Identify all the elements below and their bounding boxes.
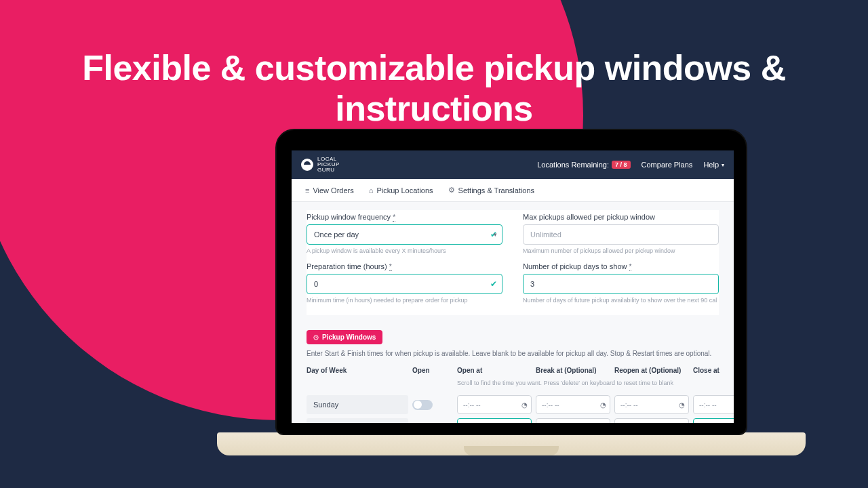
content-area: Pickup window frequency * ✔ ▾ A pickup w… [292, 202, 734, 423]
chevron-down-icon: ▾ [722, 162, 724, 168]
brand-logo: LOCAL PICKUP GURU [301, 157, 340, 173]
home-icon: ⌂ [369, 186, 374, 195]
laptop-body: LOCAL PICKUP GURU Locations Remaining: 7… [275, 129, 747, 435]
logo-text: LOCAL PICKUP GURU [317, 157, 340, 173]
gear-icon: ⚙ [448, 186, 455, 195]
day-label: Sunday [307, 395, 408, 414]
help-text: Minimum time (in hours) needed to prepar… [307, 297, 502, 305]
tab-settings[interactable]: ⚙ Settings & Translations [448, 179, 535, 201]
list-icon: ≡ [305, 186, 309, 195]
app-screen: LOCAL PICKUP GURU Locations Remaining: 7… [292, 150, 734, 423]
laptop-notch [464, 446, 559, 455]
field-days-to-show: Number of pickup days to show * Number o… [523, 262, 719, 305]
hero-title: Flexible & customizable pickup windows &… [0, 47, 868, 129]
scroll-hint: Scroll to find the time you want. Press … [457, 380, 734, 390]
open-at-sunday[interactable] [457, 395, 532, 414]
logo-icon [301, 159, 313, 171]
open-at-monday[interactable] [457, 418, 532, 423]
max-pickups-input[interactable] [523, 224, 719, 245]
help-menu[interactable]: Help ▾ [703, 161, 724, 169]
open-toggle-sunday[interactable] [412, 400, 433, 410]
close-at-monday[interactable] [693, 418, 734, 423]
settings-form: Pickup window frequency * ✔ ▾ A pickup w… [307, 210, 719, 315]
field-prep-time: Preparation time (hours) * ✔ Minimum tim… [307, 262, 502, 305]
pickup-windows-pill: Pickup Windows [307, 330, 382, 344]
tab-view-orders[interactable]: ≡ View Orders [305, 179, 354, 201]
topbar: LOCAL PICKUP GURU Locations Remaining: 7… [292, 150, 734, 179]
reopen-at-sunday[interactable] [614, 395, 689, 414]
laptop-mockup: LOCAL PICKUP GURU Locations Remaining: 7… [275, 129, 747, 461]
field-max-pickups: Max pickups allowed per pickup window Ma… [523, 213, 719, 256]
pickup-windows-table: Day of Week Open Open at Break at (Optio… [307, 364, 719, 423]
main-tabs: ≡ View Orders ⌂ Pickup Locations ⚙ Setti… [292, 179, 734, 202]
help-text: Number of days of future pickup availabi… [523, 297, 719, 305]
prep-time-input[interactable] [307, 274, 502, 294]
close-at-sunday[interactable] [693, 395, 734, 414]
break-at-sunday[interactable] [536, 395, 610, 414]
help-text: Maximum number of pickups allowed per pi… [523, 247, 719, 256]
compare-plans-link[interactable]: Compare Plans [642, 161, 693, 169]
help-text: A pickup window is available every X min… [307, 247, 502, 256]
days-to-show-input[interactable] [523, 274, 719, 294]
day-label: Monday [307, 418, 408, 423]
table-header: Day of Week Open Open at Break at (Optio… [307, 364, 719, 377]
pickup-windows-help: Enter Start & Finish times for when pick… [307, 350, 719, 357]
tab-pickup-locations[interactable]: ⌂ Pickup Locations [369, 179, 433, 201]
field-pickup-frequency: Pickup window frequency * ✔ ▾ A pickup w… [307, 213, 502, 256]
pickup-frequency-select[interactable] [307, 224, 502, 245]
locations-remaining: Locations Remaining: 7 / 8 [537, 161, 630, 169]
locations-badge: 7 / 8 [612, 161, 631, 169]
break-at-monday[interactable] [536, 418, 610, 423]
table-row: Monday ◔ ◔ ◔ ◔ [307, 416, 719, 423]
reopen-at-monday[interactable] [614, 418, 689, 423]
table-row: Sunday ◔ ◔ ◔ ◔ [307, 393, 719, 416]
clock-icon [313, 335, 319, 340]
